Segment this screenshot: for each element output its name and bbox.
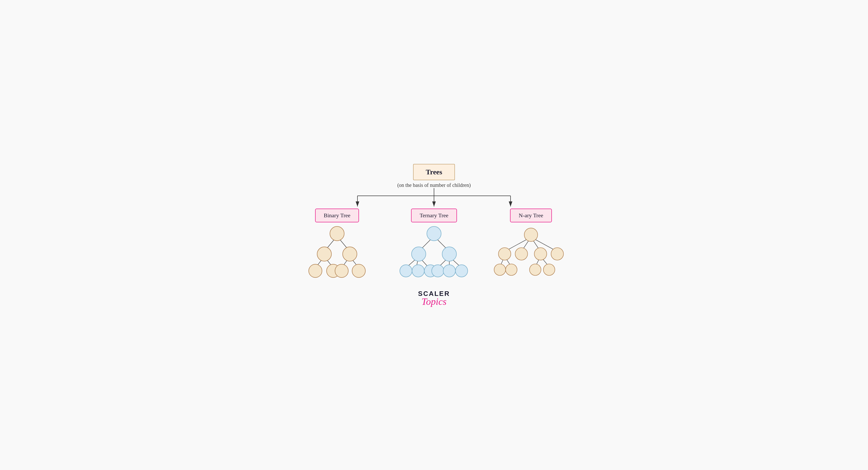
svg-point-31	[412, 265, 424, 277]
svg-point-27	[427, 227, 441, 241]
root-label: Trees	[426, 168, 442, 176]
svg-point-52	[544, 264, 555, 275]
ternary-tree-svg	[396, 227, 472, 277]
svg-point-33	[432, 265, 444, 277]
branch-lines-svg	[319, 188, 549, 209]
svg-point-30	[400, 265, 412, 277]
binary-tree-label: Binary Tree	[315, 209, 359, 223]
svg-point-48	[551, 247, 564, 260]
svg-point-47	[534, 247, 547, 260]
svg-point-12	[330, 227, 344, 241]
svg-point-18	[352, 264, 365, 277]
diagram-container: Trees (on the basis of number of childre…	[294, 164, 574, 306]
svg-point-15	[309, 264, 322, 277]
svg-point-50	[506, 264, 517, 275]
svg-point-13	[317, 247, 332, 261]
logo-topics: Topics	[422, 297, 446, 306]
subtitle: (on the basis of number of children)	[397, 182, 471, 188]
binary-tree-svg	[299, 227, 375, 277]
svg-point-28	[411, 247, 426, 261]
svg-point-49	[494, 264, 506, 275]
svg-point-29	[442, 247, 457, 261]
nary-tree-svg	[493, 227, 569, 277]
nary-tree-label: N-ary Tree	[510, 209, 552, 223]
svg-point-44	[524, 228, 538, 241]
svg-point-51	[529, 264, 541, 275]
svg-point-46	[515, 247, 528, 260]
ternary-tree-col: Ternary Tree	[396, 209, 472, 277]
svg-point-17	[335, 264, 348, 277]
svg-point-45	[499, 247, 511, 260]
nary-tree-col: N-ary Tree	[493, 209, 569, 277]
ternary-tree-label: Ternary Tree	[411, 209, 457, 223]
svg-point-34	[443, 265, 456, 277]
svg-point-35	[456, 265, 468, 277]
binary-tree-col: Binary Tree	[299, 209, 375, 277]
root-box: Trees	[413, 164, 455, 180]
svg-point-14	[343, 247, 357, 261]
logo-area: SCALER Topics	[418, 290, 450, 306]
children-row: Binary Tree	[294, 209, 574, 277]
